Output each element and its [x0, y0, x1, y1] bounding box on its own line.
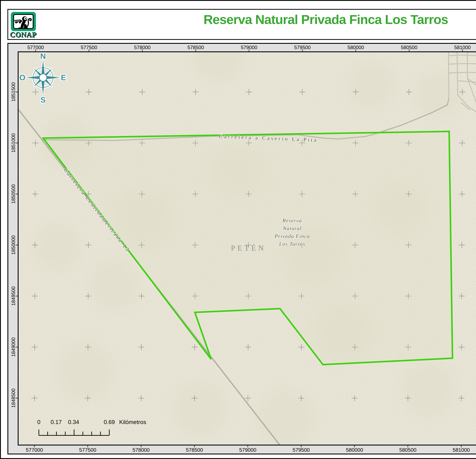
- svg-text:Reserva: Reserva: [282, 217, 302, 223]
- svg-text:Los Tarros: Los Tarros: [279, 241, 306, 247]
- svg-text:1848500: 1848500: [11, 388, 16, 408]
- svg-text:Kilómetros: Kilómetros: [119, 419, 146, 425]
- svg-text:579500: 579500: [293, 447, 310, 453]
- svg-text:578000: 578000: [133, 447, 150, 453]
- svg-text:580500: 580500: [399, 447, 416, 453]
- svg-text:577500: 577500: [79, 447, 96, 453]
- svg-text:Natural: Natural: [283, 225, 302, 231]
- svg-text:0.69: 0.69: [104, 419, 115, 425]
- svg-text:1849000: 1849000: [11, 337, 16, 357]
- svg-text:0: 0: [37, 419, 40, 425]
- svg-text:Reserva Natural Privada Finca: Reserva Natural Privada Finca Los Tarros: [204, 12, 448, 27]
- svg-text:581000: 581000: [453, 447, 470, 453]
- svg-text:1851500: 1851500: [11, 82, 16, 101]
- svg-text:CONAP: CONAP: [10, 31, 37, 39]
- svg-text:0.17: 0.17: [51, 419, 62, 425]
- svg-text:580500: 580500: [401, 45, 417, 50]
- svg-text:1850000: 1850000: [11, 235, 16, 255]
- svg-text:578500: 578500: [187, 45, 204, 50]
- svg-text:577000: 577000: [27, 45, 44, 50]
- svg-text:Privada Finca: Privada Finca: [274, 233, 310, 239]
- svg-text:579500: 579500: [294, 45, 311, 50]
- svg-text:1849500: 1849500: [11, 286, 16, 306]
- svg-text:581000: 581000: [454, 45, 471, 50]
- svg-text:579000: 579000: [239, 447, 256, 453]
- svg-text:E: E: [61, 73, 66, 82]
- svg-text:1850500: 1850500: [11, 184, 16, 204]
- svg-text:S: S: [41, 95, 46, 104]
- svg-text:578500: 578500: [186, 447, 203, 453]
- svg-text:O: O: [19, 73, 26, 82]
- svg-text:580000: 580000: [346, 447, 363, 453]
- svg-text:0.34: 0.34: [68, 419, 79, 425]
- svg-text:1851000: 1851000: [11, 133, 16, 153]
- svg-text:579000: 579000: [241, 45, 257, 50]
- svg-text:580000: 580000: [348, 45, 364, 50]
- svg-text:578000: 578000: [134, 45, 151, 50]
- svg-text:577000: 577000: [26, 447, 43, 453]
- svg-text:PETÉN: PETÉN: [231, 244, 266, 252]
- svg-text:577500: 577500: [81, 45, 97, 50]
- svg-text:N: N: [40, 52, 46, 60]
